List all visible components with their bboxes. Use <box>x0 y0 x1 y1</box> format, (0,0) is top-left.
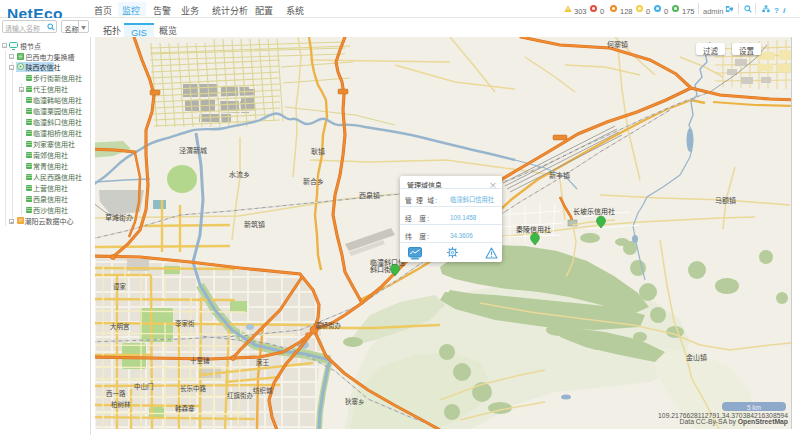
svg-text:十里铺: 十里铺 <box>190 355 210 365</box>
svg-text:柏树林: 柏树林 <box>111 399 131 409</box>
svg-text:西泉镇: 西泉镇 <box>359 190 380 200</box>
svg-text:大明宫: 大明宫 <box>110 321 130 331</box>
svg-text:泾渭新城: 泾渭新城 <box>179 145 207 155</box>
svg-text:西一路: 西一路 <box>106 388 126 398</box>
svg-text:新丰镇: 新丰镇 <box>549 170 570 180</box>
svg-text:红旗街办: 红旗街办 <box>227 390 254 400</box>
svg-text:中山门: 中山门 <box>134 381 154 391</box>
svg-text:狄寨乡: 狄寨乡 <box>345 396 365 406</box>
svg-text:草滩街办: 草滩街办 <box>105 212 133 222</box>
svg-text:韩森寨: 韩森寨 <box>175 403 195 413</box>
svg-text:灞桥街办: 灞桥街办 <box>315 320 342 330</box>
svg-text:纺织城: 纺织城 <box>253 385 273 395</box>
svg-text:新合乡: 新合乡 <box>303 176 324 186</box>
svg-text:长乐中路: 长乐中路 <box>180 383 207 393</box>
svg-text:何寨镇: 何寨镇 <box>607 39 628 49</box>
svg-text:秦陵信用社: 秦陵信用社 <box>516 224 551 234</box>
svg-text:新筑镇: 新筑镇 <box>244 219 265 229</box>
svg-text:席王: 席王 <box>256 357 270 367</box>
svg-text:水流乡: 水流乡 <box>229 169 250 179</box>
svg-text:李家街: 李家街 <box>175 318 195 328</box>
svg-text:长坡乐信用社: 长坡乐信用社 <box>573 206 615 216</box>
svg-text:马额镇: 马额镇 <box>715 195 736 205</box>
svg-text:耿镇: 耿镇 <box>311 146 325 156</box>
svg-text:谭家: 谭家 <box>113 281 127 291</box>
svg-text:金山镇: 金山镇 <box>686 352 707 362</box>
